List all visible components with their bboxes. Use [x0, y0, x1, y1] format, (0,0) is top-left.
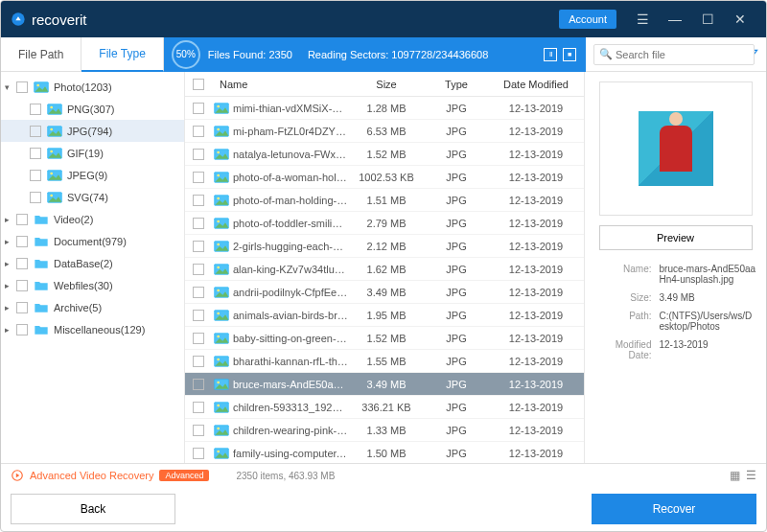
tree-item[interactable]: ▾Photo(1203) [1, 76, 184, 98]
file-name: mi-pham-FtZL0r4DZYk-unsplash.jpg [233, 126, 348, 137]
tree-checkbox[interactable] [16, 81, 28, 93]
file-type: JPG [425, 103, 488, 114]
list-header: Name Size Type Date Modified [185, 72, 584, 97]
image-file-icon [214, 425, 229, 436]
tree-item[interactable]: ▸Video(2) [1, 208, 184, 230]
file-checkbox[interactable] [193, 402, 204, 413]
file-checkbox[interactable] [193, 379, 204, 390]
file-row[interactable]: bruce-mars-AndE50aaHn4-unsplash....3.49 … [185, 373, 584, 396]
back-button[interactable]: Back [11, 494, 175, 524]
file-row[interactable]: photo-of-a-woman-holding-an-ipad-7...100… [185, 166, 584, 189]
file-date: 12-13-2019 [488, 310, 584, 321]
file-name: photo-of-toddler-smiling-1912868.jpg [233, 218, 348, 229]
tree-item[interactable]: GIF(19) [1, 142, 184, 164]
stop-scan-button[interactable]: ■ [563, 48, 576, 61]
tab-file-type[interactable]: File Type [81, 37, 163, 72]
file-checkbox[interactable] [193, 448, 204, 459]
tree-item[interactable]: ▸Miscellaneous(129) [1, 318, 184, 340]
file-size: 1002.53 KB [348, 172, 425, 183]
search-input[interactable] [593, 44, 755, 65]
tree-checkbox[interactable] [16, 258, 28, 269]
svg-point-34 [217, 335, 220, 337]
image-file-icon [214, 195, 229, 206]
minimize-icon[interactable]: — [659, 1, 691, 37]
file-row[interactable]: children-593313_1920.jpg336.21 KBJPG12-1… [185, 396, 584, 419]
tree-item[interactable]: SVG(74) [1, 186, 184, 208]
file-row[interactable]: mi-pham-FtZL0r4DZYk-unsplash.jpg6.53 MBJ… [185, 120, 584, 143]
col-date[interactable]: Date Modified [488, 79, 584, 90]
tree-item[interactable]: ▸Document(979) [1, 230, 184, 252]
tree-checkbox[interactable] [30, 192, 41, 203]
tree-checkbox[interactable] [16, 236, 28, 247]
tree-checkbox[interactable] [30, 126, 41, 137]
file-date: 12-13-2019 [488, 333, 584, 344]
file-type: JPG [425, 241, 488, 252]
svg-point-4 [50, 105, 53, 108]
select-all-checkbox[interactable] [193, 79, 204, 90]
tree-item[interactable]: ▸Webfiles(30) [1, 274, 184, 296]
file-list: Name Size Type Date Modified mimi-thian-… [185, 72, 584, 463]
file-checkbox[interactable] [193, 287, 204, 298]
file-checkbox[interactable] [193, 333, 204, 344]
file-checkbox[interactable] [193, 264, 204, 275]
file-date: 12-13-2019 [488, 379, 584, 390]
account-button[interactable]: Account [559, 10, 616, 29]
file-checkbox[interactable] [193, 103, 204, 114]
tab-file-path[interactable]: File Path [1, 37, 81, 72]
file-row[interactable]: animals-avian-birds-branch-459326.j...1.… [185, 304, 584, 327]
preview-button[interactable]: Preview [599, 225, 753, 250]
image-file-icon [214, 402, 229, 413]
file-checkbox[interactable] [193, 310, 204, 321]
file-date: 12-13-2019 [488, 149, 584, 160]
file-checkbox[interactable] [193, 356, 204, 367]
file-row[interactable]: children-wearing-pink-ball-dress-360...1… [185, 419, 584, 442]
tree-checkbox[interactable] [30, 170, 41, 181]
svg-point-40 [217, 404, 220, 406]
file-row[interactable]: bharathi-kannan-rfL-thiRzDs-unsplas...1.… [185, 350, 584, 373]
sidebar-tree[interactable]: ▾Photo(1203)PNG(307)JPG(794)GIF(19)JPEG(… [1, 72, 185, 463]
pause-scan-button[interactable]: Ⅱ [544, 48, 557, 61]
file-name: 2-girls-hugging-each-other-outdoor-... [233, 241, 348, 252]
file-row[interactable]: andrii-podilnyk-CfpfEeaDg1I-unsplas...3.… [185, 281, 584, 304]
close-icon[interactable]: ✕ [724, 1, 756, 37]
tree-checkbox[interactable] [16, 280, 28, 291]
col-type[interactable]: Type [425, 79, 488, 90]
tree-checkbox[interactable] [16, 324, 28, 335]
file-row[interactable]: photo-of-man-holding-a-book-92702...1.51… [185, 189, 584, 212]
file-checkbox[interactable] [193, 126, 204, 137]
file-checkbox[interactable] [193, 172, 204, 183]
file-checkbox[interactable] [193, 218, 204, 229]
advanced-badge: Advanced [159, 470, 209, 481]
tree-checkbox[interactable] [16, 302, 28, 313]
list-view-icon[interactable]: ☰ [746, 469, 756, 482]
file-row[interactable]: alan-king-KZv7w34tluA-unsplash.jpg1.62 M… [185, 258, 584, 281]
tree-checkbox[interactable] [30, 148, 41, 159]
tree-checkbox[interactable] [16, 214, 28, 225]
menu-icon[interactable]: ☰ [626, 1, 659, 37]
tree-checkbox[interactable] [30, 104, 41, 115]
file-row[interactable]: baby-sitting-on-green-grass-beside-...1.… [185, 327, 584, 350]
recover-button[interactable]: Recover [592, 494, 756, 524]
file-row[interactable]: 2-girls-hugging-each-other-outdoor-...2.… [185, 235, 584, 258]
tree-item[interactable]: JPEG(9) [1, 164, 184, 186]
advanced-video-recovery-link[interactable]: Advanced Video Recovery Advanced [11, 469, 209, 482]
file-checkbox[interactable] [193, 149, 204, 160]
col-name[interactable]: Name [214, 79, 348, 90]
file-row[interactable]: natalya-letunova-FWxEbL34i4Y-unspl...1.5… [185, 143, 584, 166]
svg-point-14 [217, 104, 220, 107]
file-row[interactable]: family-using-computer.jpg1.50 MBJPG12-13… [185, 442, 584, 463]
tree-item[interactable]: ▸DataBase(2) [1, 252, 184, 274]
tree-item[interactable]: JPG(794) [1, 120, 184, 142]
image-file-icon [214, 379, 229, 390]
file-checkbox[interactable] [193, 195, 204, 206]
grid-view-icon[interactable]: ▦ [730, 469, 740, 482]
tree-item[interactable]: ▸Archive(5) [1, 296, 184, 318]
maximize-icon[interactable]: ☐ [691, 1, 724, 37]
file-row[interactable]: mimi-thian-vdXMSiX-n6M-unsplash.jpg1.28 … [185, 97, 584, 120]
tree-item[interactable]: PNG(307) [1, 98, 184, 120]
file-row[interactable]: photo-of-toddler-smiling-1912868.jpg2.79… [185, 212, 584, 235]
col-size[interactable]: Size [348, 79, 425, 90]
file-checkbox[interactable] [193, 241, 204, 252]
file-checkbox[interactable] [193, 425, 204, 436]
file-size: 336.21 KB [348, 402, 425, 413]
